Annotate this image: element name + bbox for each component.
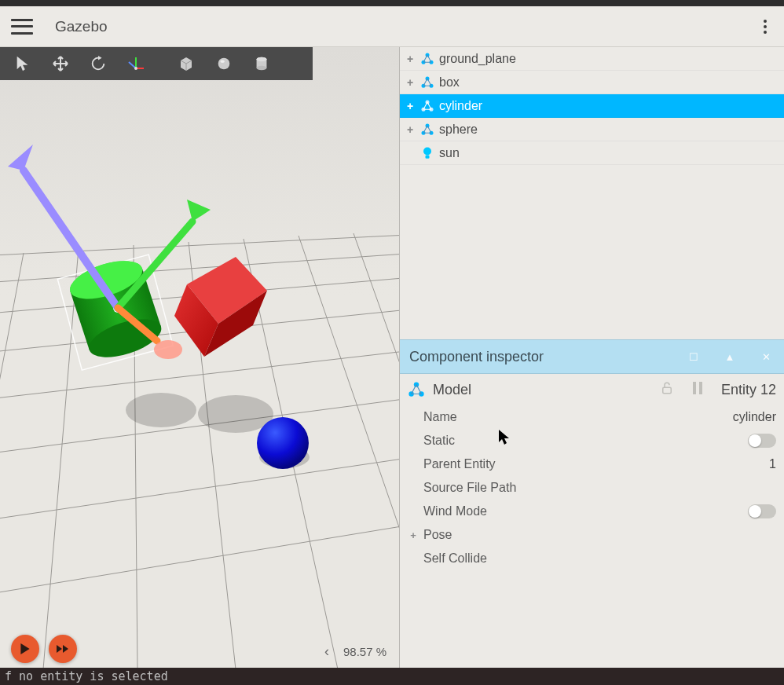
model-icon xyxy=(419,97,436,115)
prop-pose[interactable]: + Pose xyxy=(400,523,784,547)
svg-marker-39 xyxy=(8,145,33,170)
terminal-output: f no entity is selected xyxy=(0,668,784,685)
svg-rect-66 xyxy=(699,382,702,394)
inspector-type-label: Model xyxy=(433,382,471,398)
svg-line-19 xyxy=(0,253,24,668)
svg-line-16 xyxy=(0,453,400,524)
svg-point-3 xyxy=(134,67,137,70)
expand-icon[interactable]: + xyxy=(405,123,416,136)
inspector-body: Model Entity 12 Name cylinder Static Par… xyxy=(400,374,784,668)
box-shape-tool[interactable] xyxy=(168,49,204,79)
svg-rect-65 xyxy=(693,382,696,394)
play-button[interactable] xyxy=(11,635,39,663)
static-toggle[interactable] xyxy=(748,434,776,448)
inspector-title: Component inspector xyxy=(409,349,666,365)
expand-icon[interactable]: + xyxy=(405,53,416,65)
rtf-display: ‹ 98.57 % xyxy=(324,643,387,660)
tree-item-label: sun xyxy=(439,146,460,160)
expand-icon[interactable]: + xyxy=(405,100,416,112)
wind-toggle[interactable] xyxy=(748,504,776,518)
pause-icon[interactable] xyxy=(691,381,704,399)
svg-marker-47 xyxy=(63,645,68,653)
step-forward-button[interactable] xyxy=(49,635,77,663)
svg-point-44 xyxy=(257,417,309,469)
collapse-icon[interactable]: ▲ xyxy=(721,351,738,363)
entity-tree: + ground_plane + box + cylinder xyxy=(400,47,784,339)
select-tool[interactable] xyxy=(5,49,41,79)
svg-line-25 xyxy=(354,233,400,520)
tree-item-label: box xyxy=(439,75,460,90)
tree-item-label: cylinder xyxy=(439,99,482,113)
3d-viewport[interactable]: ‹ 98.57 % xyxy=(0,47,400,668)
sphere-object[interactable] xyxy=(257,417,309,469)
tree-item-ground-plane[interactable]: + ground_plane xyxy=(400,47,784,71)
tree-item-sun[interactable]: + sun xyxy=(400,141,784,165)
scene-render xyxy=(0,80,400,668)
playback-controls xyxy=(11,635,77,663)
svg-line-20 xyxy=(43,248,79,668)
prop-self-collide[interactable]: Self Collide xyxy=(400,547,784,570)
svg-line-10 xyxy=(0,233,400,257)
rtf-value: 98.57 % xyxy=(343,645,387,658)
svg-rect-64 xyxy=(663,387,672,394)
svg-rect-60 xyxy=(426,155,430,158)
svg-point-26 xyxy=(126,393,196,427)
prop-parent[interactable]: Parent Entity 1 xyxy=(400,452,784,476)
rotate-tool[interactable] xyxy=(80,49,116,79)
prop-source[interactable]: Source File Path xyxy=(400,476,784,500)
maximize-icon[interactable]: ☐ xyxy=(685,351,702,363)
svg-line-17 xyxy=(0,520,400,599)
tree-item-box[interactable]: + box xyxy=(400,71,784,94)
more-icon[interactable] xyxy=(757,13,773,40)
prop-wind[interactable]: Wind Mode xyxy=(400,500,784,523)
close-icon[interactable]: ✕ xyxy=(757,351,775,363)
entity-id-label: Entity 12 xyxy=(721,382,776,398)
cylinder-shape-tool[interactable] xyxy=(244,49,280,79)
move-tool[interactable] xyxy=(42,49,79,79)
lock-icon[interactable] xyxy=(660,381,674,399)
expand-left-icon[interactable]: ‹ xyxy=(324,643,329,660)
expand-icon[interactable]: + xyxy=(405,76,416,89)
svg-point-27 xyxy=(198,395,273,433)
svg-marker-41 xyxy=(187,200,211,222)
tree-item-sphere[interactable]: + sphere xyxy=(400,118,784,141)
light-icon xyxy=(419,145,436,162)
tree-item-cylinder[interactable]: + cylinder xyxy=(400,94,784,118)
model-icon xyxy=(419,121,436,138)
box-object[interactable] xyxy=(174,257,267,357)
svg-point-5 xyxy=(220,60,225,63)
sphere-shape-tool[interactable] xyxy=(206,49,242,79)
svg-point-61 xyxy=(414,382,419,386)
inspector-type-row: Model Entity 12 xyxy=(400,374,784,405)
svg-point-4 xyxy=(218,58,230,70)
app-title: Gazebo xyxy=(55,18,108,35)
svg-marker-46 xyxy=(57,645,62,653)
transform-tool[interactable] xyxy=(118,49,154,79)
svg-point-43 xyxy=(154,340,182,359)
model-icon xyxy=(408,381,425,398)
menu-icon[interactable] xyxy=(11,19,33,35)
expand-icon[interactable]: + xyxy=(408,529,419,541)
svg-point-8 xyxy=(257,66,267,71)
tree-item-label: sphere xyxy=(439,123,478,137)
svg-point-9 xyxy=(257,57,267,62)
model-icon xyxy=(419,74,436,91)
prop-name[interactable]: Name cylinder xyxy=(400,405,784,429)
svg-line-24 xyxy=(299,236,400,646)
svg-marker-45 xyxy=(20,643,29,654)
model-icon xyxy=(419,50,436,68)
prop-static[interactable]: Static xyxy=(400,429,784,452)
svg-line-15 xyxy=(0,394,400,457)
app-header: Gazebo xyxy=(0,6,784,47)
viewport-toolbar xyxy=(0,47,313,80)
tree-item-label: ground_plane xyxy=(439,52,516,66)
inspector-header: Component inspector ☐ ▲ ✕ xyxy=(400,339,784,374)
